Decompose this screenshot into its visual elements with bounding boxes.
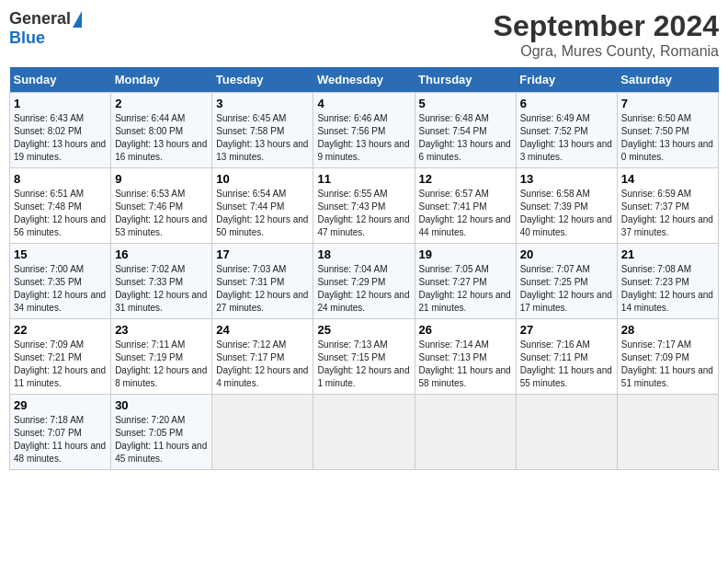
day-number: 22 [14, 323, 107, 337]
calendar-day-15: 15Sunrise: 7:00 AMSunset: 7:35 PMDayligh… [10, 244, 111, 319]
day-detail: Sunrise: 7:02 AMSunset: 7:33 PMDaylight:… [115, 264, 207, 313]
calendar-day-12: 12Sunrise: 6:57 AMSunset: 7:41 PMDayligh… [415, 168, 516, 244]
calendar-day-4: 4Sunrise: 6:46 AMSunset: 7:56 PMDaylight… [313, 93, 415, 168]
calendar-day-empty [212, 395, 313, 470]
day-detail: Sunrise: 6:46 AMSunset: 7:56 PMDaylight:… [317, 113, 409, 162]
day-number: 19 [419, 247, 512, 261]
day-number: 9 [115, 172, 208, 186]
weekday-header-tuesday: Tuesday [212, 67, 313, 93]
day-detail: Sunrise: 6:54 AMSunset: 7:44 PMDaylight:… [216, 189, 308, 237]
logo-general-text: General [9, 9, 71, 29]
day-number: 5 [419, 97, 512, 110]
day-detail: Sunrise: 6:49 AMSunset: 7:52 PMDaylight:… [520, 113, 612, 162]
day-number: 4 [317, 97, 410, 110]
day-detail: Sunrise: 6:44 AMSunset: 8:00 PMDaylight:… [115, 113, 207, 162]
day-number: 18 [317, 247, 410, 261]
day-detail: Sunrise: 7:14 AMSunset: 7:13 PMDaylight:… [419, 339, 511, 388]
calendar-day-14: 14Sunrise: 6:59 AMSunset: 7:37 PMDayligh… [617, 168, 718, 244]
day-number: 14 [621, 172, 714, 186]
day-number: 25 [317, 323, 410, 337]
day-number: 16 [115, 247, 208, 261]
day-number: 12 [419, 172, 512, 186]
day-detail: Sunrise: 7:09 AMSunset: 7:21 PMDaylight:… [14, 339, 106, 388]
day-detail: Sunrise: 7:07 AMSunset: 7:25 PMDaylight:… [520, 264, 612, 313]
day-detail: Sunrise: 7:00 AMSunset: 7:35 PMDaylight:… [14, 264, 106, 313]
day-number: 2 [115, 97, 208, 110]
day-number: 17 [216, 247, 309, 261]
calendar-day-21: 21Sunrise: 7:08 AMSunset: 7:23 PMDayligh… [617, 244, 718, 319]
day-number: 20 [520, 247, 613, 261]
weekday-header-wednesday: Wednesday [313, 67, 415, 93]
day-number: 26 [419, 323, 512, 337]
calendar-day-empty [617, 395, 718, 470]
logo: General Blue [9, 9, 82, 48]
day-number: 8 [14, 172, 107, 186]
calendar-day-3: 3Sunrise: 6:45 AMSunset: 7:58 PMDaylight… [212, 93, 313, 168]
calendar-week-1: 1Sunrise: 6:43 AMSunset: 8:02 PMDaylight… [10, 93, 719, 168]
day-number: 1 [14, 97, 107, 110]
calendar-day-24: 24Sunrise: 7:12 AMSunset: 7:17 PMDayligh… [212, 319, 313, 395]
header: General Blue September 2024 Ogra, Mures … [9, 9, 719, 60]
month-title: September 2024 [494, 9, 719, 43]
day-detail: Sunrise: 7:04 AMSunset: 7:29 PMDaylight:… [317, 264, 409, 313]
day-number: 21 [621, 247, 714, 261]
logo-blue-text: Blue [9, 29, 45, 48]
calendar-day-26: 26Sunrise: 7:14 AMSunset: 7:13 PMDayligh… [415, 319, 516, 395]
calendar-day-13: 13Sunrise: 6:58 AMSunset: 7:39 PMDayligh… [516, 168, 617, 244]
day-detail: Sunrise: 6:53 AMSunset: 7:46 PMDaylight:… [115, 189, 207, 237]
day-detail: Sunrise: 7:05 AMSunset: 7:27 PMDaylight:… [419, 264, 511, 313]
calendar-day-empty [415, 395, 516, 470]
calendar-day-empty [516, 395, 617, 470]
weekday-header-monday: Monday [111, 67, 212, 93]
calendar-day-29: 29Sunrise: 7:18 AMSunset: 7:07 PMDayligh… [10, 395, 111, 470]
weekday-header-friday: Friday [516, 67, 617, 93]
day-number: 30 [115, 398, 208, 412]
calendar-week-3: 15Sunrise: 7:00 AMSunset: 7:35 PMDayligh… [10, 244, 719, 319]
day-number: 29 [14, 398, 107, 412]
day-detail: Sunrise: 7:20 AMSunset: 7:05 PMDaylight:… [115, 415, 207, 464]
day-number: 28 [621, 323, 714, 337]
day-number: 7 [621, 97, 714, 110]
calendar-day-23: 23Sunrise: 7:11 AMSunset: 7:19 PMDayligh… [111, 319, 212, 395]
calendar-day-6: 6Sunrise: 6:49 AMSunset: 7:52 PMDaylight… [516, 93, 617, 168]
day-number: 15 [14, 247, 107, 261]
calendar-day-19: 19Sunrise: 7:05 AMSunset: 7:27 PMDayligh… [415, 244, 516, 319]
day-detail: Sunrise: 6:45 AMSunset: 7:58 PMDaylight:… [216, 113, 308, 162]
day-number: 27 [520, 323, 613, 337]
logo-triangle-icon [73, 11, 82, 28]
calendar-day-30: 30Sunrise: 7:20 AMSunset: 7:05 PMDayligh… [111, 395, 212, 470]
day-number: 3 [216, 97, 309, 110]
day-detail: Sunrise: 6:58 AMSunset: 7:39 PMDaylight:… [520, 189, 612, 237]
calendar-day-empty [313, 395, 415, 470]
weekday-header-row: SundayMondayTuesdayWednesdayThursdayFrid… [10, 67, 719, 93]
calendar-week-5: 29Sunrise: 7:18 AMSunset: 7:07 PMDayligh… [10, 395, 719, 470]
calendar-day-10: 10Sunrise: 6:54 AMSunset: 7:44 PMDayligh… [212, 168, 313, 244]
location-title: Ogra, Mures County, Romania [494, 43, 719, 60]
day-detail: Sunrise: 6:48 AMSunset: 7:54 PMDaylight:… [419, 113, 511, 162]
calendar-day-16: 16Sunrise: 7:02 AMSunset: 7:33 PMDayligh… [111, 244, 212, 319]
day-detail: Sunrise: 7:11 AMSunset: 7:19 PMDaylight:… [115, 339, 207, 388]
calendar-day-20: 20Sunrise: 7:07 AMSunset: 7:25 PMDayligh… [516, 244, 617, 319]
title-area: September 2024 Ogra, Mures County, Roman… [494, 9, 719, 60]
day-detail: Sunrise: 7:08 AMSunset: 7:23 PMDaylight:… [621, 264, 713, 313]
calendar-day-5: 5Sunrise: 6:48 AMSunset: 7:54 PMDaylight… [415, 93, 516, 168]
calendar-day-17: 17Sunrise: 7:03 AMSunset: 7:31 PMDayligh… [212, 244, 313, 319]
day-detail: Sunrise: 7:03 AMSunset: 7:31 PMDaylight:… [216, 264, 308, 313]
day-number: 13 [520, 172, 613, 186]
calendar-table: SundayMondayTuesdayWednesdayThursdayFrid… [9, 67, 719, 470]
calendar-day-9: 9Sunrise: 6:53 AMSunset: 7:46 PMDaylight… [111, 168, 212, 244]
calendar-day-18: 18Sunrise: 7:04 AMSunset: 7:29 PMDayligh… [313, 244, 415, 319]
calendar-day-27: 27Sunrise: 7:16 AMSunset: 7:11 PMDayligh… [516, 319, 617, 395]
weekday-header-sunday: Sunday [10, 67, 111, 93]
weekday-header-thursday: Thursday [415, 67, 516, 93]
calendar-day-2: 2Sunrise: 6:44 AMSunset: 8:00 PMDaylight… [111, 93, 212, 168]
calendar-day-7: 7Sunrise: 6:50 AMSunset: 7:50 PMDaylight… [617, 93, 718, 168]
day-detail: Sunrise: 7:17 AMSunset: 7:09 PMDaylight:… [621, 339, 713, 388]
day-detail: Sunrise: 7:12 AMSunset: 7:17 PMDaylight:… [216, 339, 308, 388]
weekday-header-saturday: Saturday [617, 67, 718, 93]
calendar-week-4: 22Sunrise: 7:09 AMSunset: 7:21 PMDayligh… [10, 319, 719, 395]
day-number: 10 [216, 172, 309, 186]
day-detail: Sunrise: 7:16 AMSunset: 7:11 PMDaylight:… [520, 339, 612, 388]
calendar-day-28: 28Sunrise: 7:17 AMSunset: 7:09 PMDayligh… [617, 319, 718, 395]
day-detail: Sunrise: 6:55 AMSunset: 7:43 PMDaylight:… [317, 189, 409, 237]
